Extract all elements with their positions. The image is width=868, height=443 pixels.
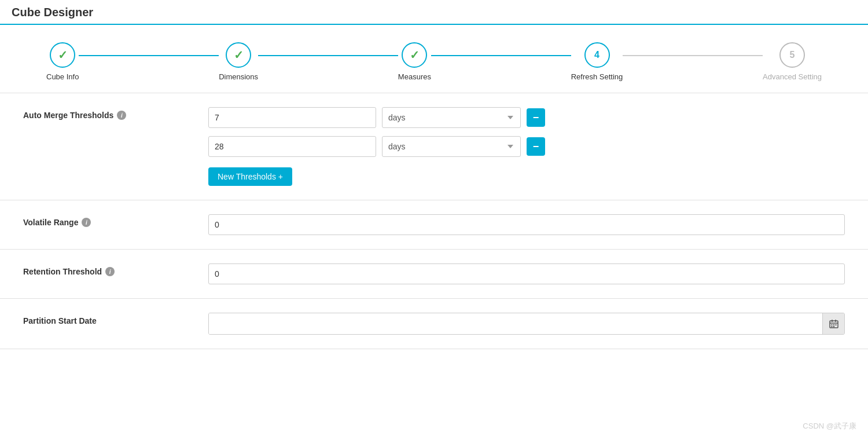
- stepper-wrapper: ✓ Cube Info ✓ Dimensions ✓ Measures: [46, 42, 822, 81]
- step-number-5: 5: [790, 50, 795, 60]
- volatile-range-content: [208, 214, 845, 235]
- auto-merge-thresholds-section: Auto Merge Thresholds i days weeks month…: [0, 93, 868, 200]
- step-measures: ✓ Measures: [398, 42, 431, 81]
- step-circle-5: 5: [779, 42, 805, 68]
- step-circle-3: ✓: [402, 42, 427, 68]
- checkmark-icon-1: ✓: [58, 48, 68, 62]
- watermark: CSDN @武子康: [803, 421, 856, 431]
- remove-threshold-1-button[interactable]: −: [527, 108, 545, 127]
- threshold-row-1: days weeks months −: [208, 107, 845, 128]
- retention-threshold-info-icon[interactable]: i: [105, 267, 115, 276]
- connector-3-4: [431, 55, 571, 56]
- threshold-input-2[interactable]: [208, 136, 376, 157]
- step-refresh-setting: 4 Refresh Setting: [571, 42, 623, 81]
- volatile-range-info-icon[interactable]: i: [82, 218, 91, 227]
- auto-merge-info-icon[interactable]: i: [117, 111, 126, 120]
- step-number-4: 4: [594, 50, 599, 60]
- checkmark-icon-3: ✓: [410, 48, 420, 62]
- auto-merge-label-text: Auto Merge Thresholds: [23, 111, 113, 120]
- retention-threshold-label-text: Retention Threshold: [23, 267, 102, 276]
- retention-threshold-label: Retention Threshold i: [23, 263, 185, 276]
- svg-rect-7: [831, 326, 832, 327]
- step-label-1: Cube Info: [46, 72, 79, 81]
- step-circle-4: 4: [584, 42, 610, 68]
- partition-start-date-input[interactable]: [209, 313, 822, 334]
- step-label-5: Advanced Setting: [763, 72, 822, 81]
- partition-start-date-section: Partition Start Date: [0, 299, 868, 349]
- connector-2-3: [258, 55, 398, 56]
- auto-merge-content: days weeks months − days weeks months −: [208, 107, 845, 186]
- threshold-unit-select-2[interactable]: days weeks months: [382, 136, 521, 157]
- stepper: ✓ Cube Info ✓ Dimensions ✓ Measures: [0, 25, 868, 93]
- main-content: Auto Merge Thresholds i days weeks month…: [0, 93, 868, 349]
- threshold-input-1[interactable]: [208, 107, 376, 128]
- calendar-icon-button[interactable]: [822, 313, 844, 334]
- partition-start-date-label: Partition Start Date: [23, 313, 185, 325]
- partition-start-date-content: [208, 313, 845, 335]
- app-container: Cube Designer ✓ Cube Info ✓ Dimensions: [0, 0, 868, 443]
- retention-threshold-content: [208, 263, 845, 284]
- checkmark-icon-2: ✓: [234, 48, 244, 62]
- threshold-row-2: days weeks months −: [208, 136, 845, 157]
- remove-threshold-2-button[interactable]: −: [527, 137, 545, 156]
- header: Cube Designer: [0, 0, 868, 25]
- partition-start-date-label-text: Partition Start Date: [23, 316, 97, 325]
- retention-threshold-section: Retention Threshold i: [0, 250, 868, 299]
- volatile-range-input[interactable]: [208, 214, 845, 235]
- connector-4-5: [623, 55, 763, 56]
- step-cube-info: ✓ Cube Info: [46, 42, 79, 81]
- step-label-2: Dimensions: [219, 72, 258, 81]
- auto-merge-label: Auto Merge Thresholds i: [23, 107, 185, 120]
- volatile-range-label-text: Volatile Range: [23, 218, 78, 227]
- step-label-3: Measures: [398, 72, 431, 81]
- step-circle-2: ✓: [226, 42, 251, 68]
- threshold-unit-select-1[interactable]: days weeks months: [382, 107, 521, 128]
- svg-rect-8: [833, 326, 834, 327]
- step-dimensions: ✓ Dimensions: [219, 42, 258, 81]
- retention-threshold-input[interactable]: [208, 263, 845, 284]
- new-thresholds-label: New Thresholds +: [218, 172, 283, 181]
- step-label-4: Refresh Setting: [571, 72, 623, 81]
- step-circle-1: ✓: [50, 42, 75, 68]
- svg-rect-4: [831, 324, 832, 325]
- volatile-range-section: Volatile Range i: [0, 200, 868, 250]
- new-thresholds-button[interactable]: New Thresholds +: [208, 167, 292, 186]
- date-input-wrapper: [208, 313, 845, 335]
- page-title: Cube Designer: [12, 6, 93, 19]
- calendar-icon: [829, 319, 838, 328]
- svg-rect-6: [835, 324, 836, 325]
- connector-1-2: [79, 55, 219, 56]
- step-advanced-setting: 5 Advanced Setting: [763, 42, 822, 81]
- svg-rect-5: [833, 324, 834, 325]
- volatile-range-label: Volatile Range i: [23, 214, 185, 227]
